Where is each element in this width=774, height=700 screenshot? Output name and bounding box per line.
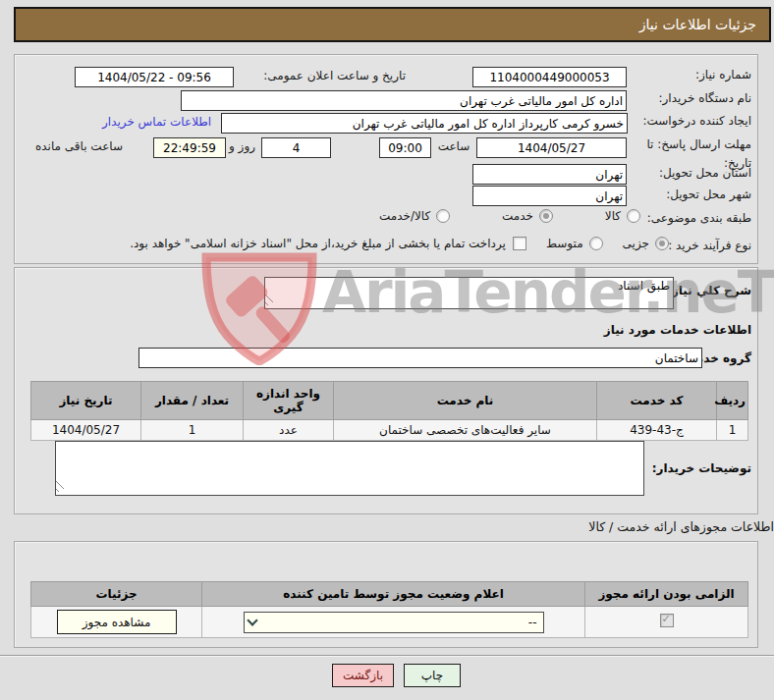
services-section-header: اطلاعات خدمات مورد نیاز — [604, 323, 751, 337]
general-desc-textarea[interactable]: طبق اسناد — [264, 277, 674, 309]
col-unit: واحد اندازه گیری — [244, 382, 334, 420]
cell-license-required — [585, 607, 748, 638]
service-radio[interactable] — [539, 209, 553, 223]
minor-radio[interactable] — [655, 237, 669, 250]
delivery-city-field[interactable] — [472, 186, 627, 206]
delivery-province-field[interactable] — [472, 164, 627, 185]
need-services-panel: شرح كلي نياز: طبق اسناد اطلاعات خدمات مو… — [14, 267, 758, 514]
minor-radio-label: جزیی — [623, 237, 649, 250]
services-table: ردیف کد خدمت نام خدمت واحد اندازه گیری ت… — [30, 381, 748, 441]
announce-datetime-field[interactable] — [75, 67, 234, 87]
resize-grip-icon[interactable] — [265, 295, 276, 305]
cell-quantity: 1 — [141, 420, 244, 441]
request-creator-label: ایجاد کننده درخواست: — [642, 114, 751, 128]
purchase-option-medium: متوسط — [546, 237, 603, 250]
goods-service-radio-label: کالا/خدمت — [379, 209, 430, 223]
treasury-checkbox[interactable] — [513, 237, 526, 250]
view-license-button[interactable]: مشاهده مجوز — [57, 610, 177, 634]
request-creator-field[interactable] — [221, 113, 628, 134]
treasury-checkbox-label: پرداخت تمام یا بخشی از مبلغ خرید،از محل … — [130, 237, 506, 250]
license-status-value: -- — [260, 616, 543, 629]
goods-radio-label: کالا — [605, 209, 621, 223]
service-radio-label: خدمت — [502, 209, 533, 223]
services-table-row: 1 ج-43-439 سایر فعالیت‌های تخصصی ساختمان… — [31, 420, 748, 441]
need-number-label: شماره نیاز: — [695, 68, 751, 81]
subject-class-options: کالا خدمت کالا/خدمت — [379, 209, 640, 223]
col-details: جزئیات — [31, 582, 202, 607]
purchase-type-label: نوع فرآیند خرید : — [668, 239, 751, 252]
col-license-required: الزامی بودن ارائه مجوز — [585, 582, 748, 607]
delivery-province-label: استان محل تحویل: — [659, 166, 751, 180]
buyer-org-label: نام دستگاه خریدار: — [659, 91, 752, 105]
treasury-option: پرداخت تمام یا بخشی از مبلغ خرید،از محل … — [130, 237, 526, 250]
print-button[interactable]: چاپ — [404, 664, 461, 687]
buyer-contact-link[interactable]: اطلاعات تماس خریدار — [102, 115, 211, 129]
col-need-date: تاریخ نیاز — [31, 382, 141, 420]
medium-radio-label: متوسط — [546, 237, 583, 250]
resize-grip-icon[interactable] — [56, 481, 67, 492]
buyer-org-field[interactable] — [181, 90, 627, 111]
buyer-notes-textarea[interactable] — [55, 441, 644, 496]
goods-service-radio[interactable] — [436, 209, 450, 223]
day-and-label: روز و — [229, 139, 255, 153]
hours-remaining-label: ساعت باقی مانده — [35, 139, 123, 153]
page-title-bar: جزئیات اطلاعات نیاز — [14, 7, 771, 42]
back-button[interactable]: بازگشت — [332, 664, 394, 687]
chevron-down-icon — [245, 619, 260, 624]
time-left-field[interactable] — [153, 137, 226, 158]
cell-unit: عدد — [244, 420, 334, 441]
subject-option-service: خدمت — [502, 209, 553, 223]
cell-need-date: 1404/05/27 — [31, 420, 141, 441]
col-service-name: نام خدمت — [334, 382, 597, 420]
col-service-code: کد خدمت — [597, 382, 717, 420]
medium-radio[interactable] — [589, 237, 603, 250]
license-panel: الزامی بودن ارائه مجوز اعلام وضعیت مجوز … — [14, 541, 758, 648]
col-quantity: تعداد / مقدار — [141, 382, 244, 420]
announce-datetime-label: تاریخ و ساعت اعلان عمومی: — [237, 69, 406, 82]
subject-option-goods-service: کالا/خدمت — [379, 209, 450, 223]
cell-license-status: -- — [202, 607, 585, 638]
page-title: جزئیات اطلاعات نیاز — [639, 17, 756, 32]
need-number-field[interactable] — [472, 67, 627, 87]
reply-hour-field[interactable] — [379, 137, 431, 158]
delivery-city-label: شهر محل تحویل: — [666, 188, 751, 201]
days-left-field[interactable] — [261, 137, 331, 158]
need-info-panel: شماره نیاز: تاریخ و ساعت اعلان عمومی: نا… — [14, 54, 758, 264]
subject-class-label: طبقه بندی موضوعی: — [647, 211, 751, 225]
purchase-type-options: جزیی متوسط پرداخت تمام یا بخشی از مبلغ خ… — [25, 237, 669, 250]
license-table-row: -- مشاهده مجوز — [31, 607, 748, 638]
reply-date-field[interactable] — [476, 137, 627, 158]
buyer-notes-label: توضیحات خریدار: — [652, 461, 751, 475]
goods-radio[interactable] — [627, 209, 640, 223]
license-section-header: اطلاعات مجوزهای ارائه خدمت / کالا — [588, 519, 774, 534]
cell-service-code: ج-43-439 — [597, 420, 717, 441]
cell-service-name: سایر فعالیت‌های تخصصی ساختمان — [334, 420, 597, 441]
col-row-number: ردیف — [717, 382, 748, 420]
need-details-page: جزئیات اطلاعات نیاز شماره نیاز: تاریخ و … — [0, 0, 774, 700]
license-required-checkbox[interactable] — [660, 614, 674, 627]
license-table: الزامی بودن ارائه مجوز اعلام وضعیت مجوز … — [30, 581, 748, 638]
license-status-select[interactable]: -- — [244, 612, 544, 633]
col-license-status: اعلام وضعیت مجوز توسط تامین کننده — [202, 582, 585, 607]
purchase-option-minor: جزیی — [623, 237, 669, 250]
license-table-header-row: الزامی بودن ارائه مجوز اعلام وضعیت مجوز … — [31, 582, 748, 607]
services-table-header-row: ردیف کد خدمت نام خدمت واحد اندازه گیری ت… — [31, 382, 748, 420]
cell-details: مشاهده مجوز — [31, 607, 202, 638]
general-desc-label: شرح كلي نياز: — [667, 284, 751, 297]
service-group-field[interactable] — [138, 348, 702, 368]
subject-option-goods: کالا — [605, 209, 640, 223]
footer-divider — [0, 655, 774, 657]
cell-row-number: 1 — [717, 420, 748, 441]
reply-hour-label: ساعت — [433, 139, 474, 153]
